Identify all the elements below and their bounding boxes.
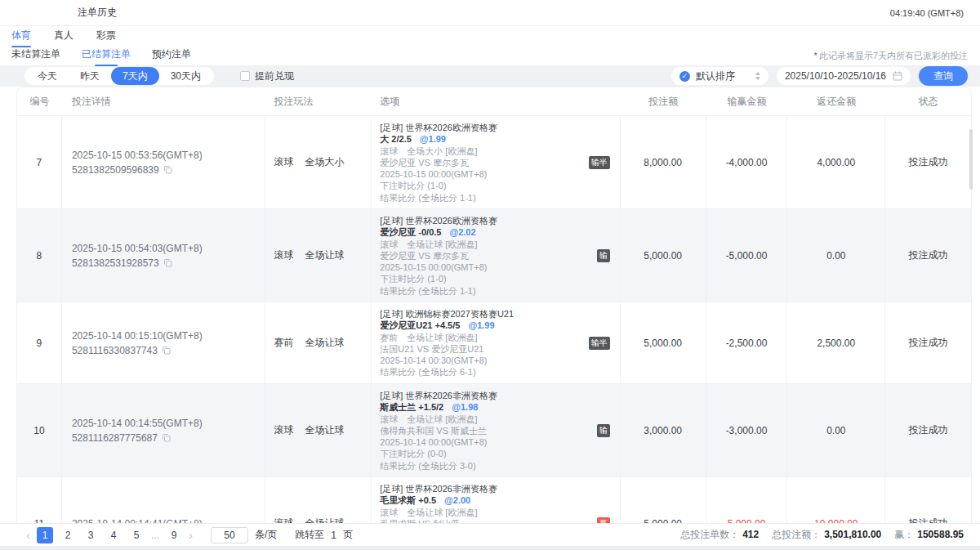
row-number: 10 [17, 384, 62, 476]
bet-history-page: 注单历史 04:19:40 (GMT+8) 体育 真人 彩票 未结算注单 已结算… [0, 0, 980, 550]
page-5[interactable]: 5 [128, 527, 145, 543]
play-type: 滚球 [274, 155, 293, 169]
market-line: 滚球 全场大小 [欧洲盘] [380, 145, 619, 157]
tab-lottery[interactable]: 彩票 [96, 26, 116, 47]
teams-line: 佛得角共和国 VS 斯威士兰 [380, 425, 619, 436]
match-time-line: 2025-10-15 00:00(GMT+8) [380, 168, 619, 180]
result-badge: 输 [597, 424, 610, 437]
total-bets-value: 412 [742, 529, 759, 540]
league: [足球] 世界杯2026非洲资格赛 [380, 390, 619, 401]
subtab-settled[interactable]: 已结算注单 [82, 46, 131, 66]
calendar-icon [893, 71, 902, 81]
bet-id: 5281382509596839 [72, 163, 159, 177]
sub-tabs: 未结算注单 已结算注单 预约注单 [11, 46, 191, 66]
jump-page-value[interactable]: 1 [331, 530, 336, 541]
league: [足球] 世界杯2026欧洲资格赛 [380, 122, 619, 133]
col-header-detail: 投注详情 [62, 95, 266, 109]
play-market: 全场让球 [305, 423, 344, 437]
date-range-picker[interactable]: 2025/10/10-2025/10/16 [777, 67, 911, 85]
row-number: 8 [17, 209, 62, 302]
tab-sports[interactable]: 体育 [11, 26, 31, 47]
market-line: 赛前 全场让球 [欧洲盘] [380, 332, 619, 343]
bet-score-line: 下注时比分 (0-0) [380, 448, 619, 459]
result-badge: 输半 [589, 337, 610, 350]
play-market: 全场让球 [305, 336, 344, 350]
result-line: 结果比分 (全场比分 3-0) [380, 460, 619, 472]
date-range-group: 今天 昨天 7天内 30天内 [24, 67, 214, 85]
topbar: 注单历史 04:19:40 (GMT+8) [0, 0, 980, 26]
page-ellipsis: ... [151, 530, 159, 541]
page-2[interactable]: 2 [60, 527, 76, 543]
league: [足球] 世界杯2026非洲资格赛 [380, 483, 619, 494]
totals: 总投注单数：412 总投注额：3,501,810.00 赢：150588.95 [680, 528, 964, 542]
sort-label: 默认排序 [696, 69, 735, 83]
total-amount-label: 总投注额： [772, 529, 821, 540]
range-7days[interactable]: 7天内 [111, 67, 159, 85]
match-time-line: 2025-10-15 00:00(GMT+8) [380, 262, 619, 273]
jump-suffix: 页 [343, 528, 353, 542]
page-1[interactable]: 1 [37, 527, 53, 543]
range-today[interactable]: 今天 [26, 69, 69, 83]
copy-icon[interactable] [163, 258, 172, 267]
tab-live[interactable]: 真人 [54, 26, 74, 47]
subtab-unsettled[interactable]: 未结算注单 [11, 46, 60, 66]
per-page-input[interactable] [211, 527, 248, 543]
return-amount: 2,500.00 [787, 302, 885, 383]
col-header-id: 编号 [17, 95, 62, 109]
play-type: 滚球 [274, 423, 293, 437]
result-badge: 输 [597, 249, 610, 262]
page-9[interactable]: 9 [166, 527, 182, 543]
result-line: 结果比分 (全场比分 1-1) [380, 285, 619, 297]
status-label: 投注成功 [885, 302, 971, 383]
col-header-return: 返还金额 [787, 95, 885, 109]
next-page-icon[interactable]: › [185, 527, 196, 543]
copy-icon[interactable] [162, 433, 171, 442]
selection: 爱沙尼亚 -0/0.5 [380, 227, 441, 237]
col-header-option: 选项 [372, 95, 620, 109]
match-time-line: 2025-10-14 00:00(GMT+8) [380, 436, 619, 448]
winloss-amount: -4,000.00 [706, 116, 788, 208]
status-label: 投注成功 [885, 116, 971, 208]
bet-id: 5281382531928573 [72, 256, 159, 271]
table-row: 8 2025-10-15 00:54:03(GMT+8) 52813825319… [17, 208, 971, 302]
prev-page-icon[interactable]: ‹ [23, 527, 33, 543]
status-label: 投注成功 [885, 209, 971, 302]
query-button[interactable]: 查询 [919, 66, 968, 86]
market-line: 滚球 全场让球 [欧洲盘] [380, 507, 619, 518]
page-3[interactable]: 3 [82, 527, 99, 543]
return-amount: 0.00 [787, 384, 885, 476]
early-cashout-checkbox[interactable]: 提前兑现 [240, 69, 294, 83]
scrollbar[interactable] [969, 129, 973, 190]
range-30days[interactable]: 30天内 [159, 69, 212, 83]
checkbox-icon[interactable] [240, 71, 250, 81]
copy-icon[interactable] [163, 165, 172, 174]
market-line: 滚球 全场让球 [欧洲盘] [380, 414, 619, 425]
sort-dropdown[interactable]: ✓ 默认排序 [671, 67, 768, 85]
play-market: 全场大小 [305, 155, 344, 169]
col-header-winloss: 输赢金额 [706, 95, 788, 109]
page-4[interactable]: 4 [105, 527, 122, 543]
market-line: 滚球 全场让球 [欧洲盘] [380, 239, 619, 250]
result-badge: 输半 [589, 156, 610, 169]
clock: 04:19:40 (GMT+8) [890, 8, 964, 18]
subtabs-row: 未结算注单 已结算注单 预约注单 *此记录将显示7天内所有已派彩的投注 [0, 47, 980, 65]
total-win-value: 150588.95 [917, 529, 964, 540]
pagination-bar: ‹ 1 2 3 4 5 ... 9 › 条/页 跳转至 1 页 总投注单数：41… [0, 523, 980, 546]
col-header-status: 状态 [885, 95, 971, 109]
col-header-amount: 投注额 [621, 95, 706, 109]
odds: @1.99 [420, 134, 446, 144]
table-row: 10 2025-10-14 00:14:55(GMT+8) 5281116287… [17, 383, 971, 476]
filter-bar: 今天 昨天 7天内 30天内 提前兑现 ✓ 默认排序 2025/10/10-20… [0, 65, 980, 87]
subtab-scheduled[interactable]: 预约注单 [152, 46, 191, 66]
copy-icon[interactable] [162, 346, 171, 355]
jump-label: 跳转至 [295, 528, 324, 542]
odds: @1.98 [452, 402, 478, 412]
winloss-amount: -5,000.00 [706, 209, 788, 302]
bet-time: 2025-10-15 00:53:56(GMT+8) [72, 148, 265, 163]
range-yesterday[interactable]: 昨天 [69, 69, 111, 83]
selection: 大 2/2.5 [380, 134, 412, 144]
row-number: 9 [17, 302, 62, 383]
odds: @1.99 [468, 320, 494, 330]
date-range-value: 2025/10/10-2025/10/16 [785, 70, 886, 82]
bet-id: 5281116287775687 [72, 431, 158, 445]
